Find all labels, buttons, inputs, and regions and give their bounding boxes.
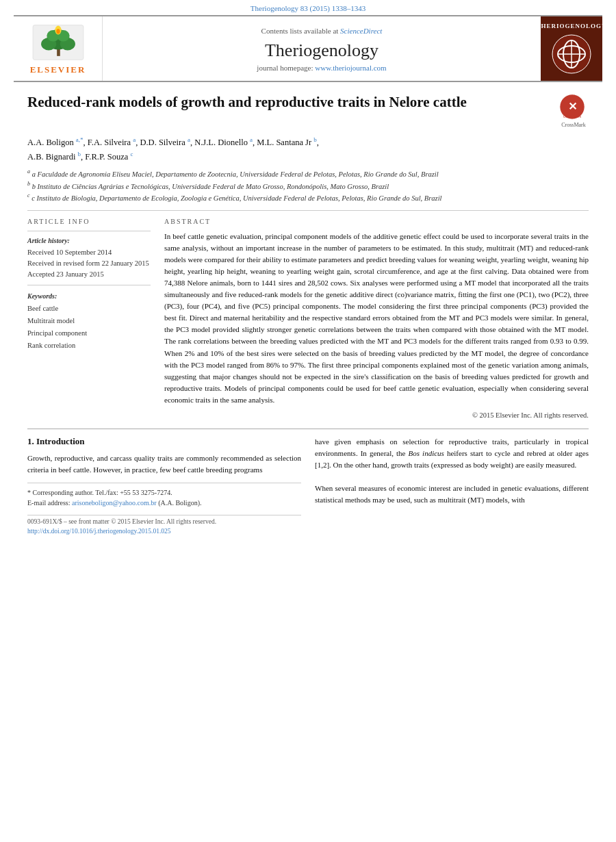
affiliation-b: b b Instituto de Ciências Agrárias e Tec… [27, 180, 589, 192]
journal-homepage-line: journal homepage: www.theriojournal.com [110, 64, 534, 72]
author-silveira-fa: F.A. Silveira a [88, 138, 136, 147]
authors-line: A.A. Boligon a,*, F.A. Silveira a, D.D. … [27, 135, 589, 164]
crossmark-area[interactable]: ✕ CrossMark CrossMark [559, 93, 589, 128]
svg-point-8 [56, 29, 60, 34]
svg-text:CrossMark: CrossMark [563, 114, 582, 118]
issn-text: 0093-691X/$ – see front matter © 2015 El… [27, 518, 301, 525]
journal-header: ELSEVIER Contents lists available at Sci… [14, 15, 602, 82]
journal-center-info: Contents lists available at ScienceDirec… [103, 16, 541, 81]
section-title: Introduction [36, 436, 85, 446]
crossmark-label: CrossMark [559, 122, 589, 128]
abstract-col: ABSTRACT In beef cattle genetic evaluati… [164, 218, 589, 419]
author-souza: F.R.P. Souza c [85, 152, 133, 162]
author-dionello: N.J.L. Dionello a [194, 138, 253, 147]
article-info-col: ARTICLE INFO Article history: Received 1… [27, 218, 151, 419]
article-info-abstract-area: ARTICLE INFO Article history: Received 1… [27, 218, 589, 419]
journal-right-logo: THERIOGENOLOGY [541, 16, 602, 81]
footnote-email: E-mail address: arisoneboligon@yahoo.com… [27, 498, 301, 508]
doi-link[interactable]: http://dx.doi.org/10.1016/j.theriogenolo… [27, 528, 171, 535]
accepted-date: Accepted 23 January 2015 [27, 269, 151, 280]
introduction-section: 1. Introduction Growth, reproductive, an… [27, 436, 589, 536]
keyword-3: Principal component [27, 327, 151, 340]
keywords-title: Keywords: [27, 292, 151, 300]
author-boligon: A.A. Boligon a,* [27, 138, 84, 147]
keyword-4: Rank correlation [27, 340, 151, 352]
svg-text:✕: ✕ [568, 100, 577, 112]
article-info-label: ARTICLE INFO [27, 218, 151, 225]
journal-logo-icon [551, 34, 592, 75]
introduction-heading: 1. Introduction [27, 436, 301, 447]
journal-title: Theriogenology [110, 40, 534, 61]
intro-left-body: Growth, reproductive, and carcass qualit… [27, 454, 301, 474]
footnote-area: * Corresponding author. Tel./fax: +55 53… [27, 483, 301, 508]
homepage-url[interactable]: www.theriojournal.com [315, 64, 386, 72]
intro-right-col: have given emphasis on selection for rep… [315, 436, 589, 536]
divider-1 [27, 210, 589, 211]
paper-title: Reduced-rank models of growth and reprod… [27, 93, 550, 112]
affiliation-a: a a Faculdade de Agronomia Eliseu Maciel… [27, 168, 589, 179]
email-prefix: E-mail address: [27, 499, 70, 507]
elsevier-logo-area: ELSEVIER [14, 16, 103, 81]
keywords-list: Beef cattle Multitrait model Principal c… [27, 303, 151, 351]
author-santana: M.L. Santana Jr b [257, 138, 316, 147]
revised-date: Received in revised form 22 January 2015 [27, 258, 151, 269]
abstract-label: ABSTRACT [164, 218, 589, 225]
bottom-bar: 0093-691X/$ – see front matter © 2015 El… [27, 515, 301, 536]
journal-ref-text: Theriogenology 83 (2015) 1338–1343 [251, 4, 365, 12]
divider-article-info [27, 231, 151, 231]
sciencedirect-label[interactable]: ScienceDirect [340, 27, 382, 35]
sciencedirect-prefix: Contents lists available at [261, 27, 339, 35]
section-divider [27, 429, 589, 429]
paper-content: Reduced-rank models of growth and reprod… [0, 82, 616, 547]
elsevier-tree-icon [27, 22, 89, 63]
sciencedirect-line: Contents lists available at ScienceDirec… [110, 27, 534, 35]
keyword-2: Multitrait model [27, 315, 151, 327]
intro-left-text: Growth, reproductive, and carcass qualit… [27, 452, 301, 476]
copyright-line: © 2015 Elsevier Inc. All rights reserved… [164, 411, 589, 419]
divider-keywords [27, 285, 151, 285]
email-link[interactable]: arisoneboligon@yahoo.com.br [72, 499, 157, 507]
right-logo-title: THERIOGENOLOGY [537, 23, 607, 31]
crossmark-icon[interactable]: ✕ CrossMark [559, 93, 586, 120]
paper-title-area: Reduced-rank models of growth and reprod… [27, 93, 589, 128]
journal-reference: Theriogenology 83 (2015) 1338–1343 [0, 0, 616, 15]
homepage-prefix: journal homepage: [257, 64, 313, 72]
intro-left-col: 1. Introduction Growth, reproductive, an… [27, 436, 301, 536]
keyword-1: Beef cattle [27, 303, 151, 315]
affiliation-c: c c Instituto de Biologia, Departamento … [27, 192, 589, 203]
footnote-corresponding: * Corresponding author. Tel./fax: +55 53… [27, 487, 301, 498]
elsevier-label: ELSEVIER [30, 64, 86, 75]
article-history-title: Article history: [27, 237, 151, 244]
author-silveira-dd: D.D. Silveira a [140, 138, 190, 147]
affiliations: a a Faculdade de Agronomia Eliseu Maciel… [27, 168, 589, 203]
abstract-text: In beef cattle genetic evaluation, princ… [164, 231, 589, 406]
article-history: Article history: Received 10 September 2… [27, 237, 151, 279]
email-suffix: (A.A. Boligon). [158, 499, 201, 507]
author-bignardi: A.B. Bignardi b [27, 152, 81, 162]
section-number: 1. [27, 436, 34, 446]
abstract-body: In beef cattle genetic evaluation, princ… [164, 232, 589, 404]
intro-right-text: have given emphasis on selection for rep… [315, 436, 589, 506]
received-date: Received 10 September 2014 [27, 247, 151, 258]
